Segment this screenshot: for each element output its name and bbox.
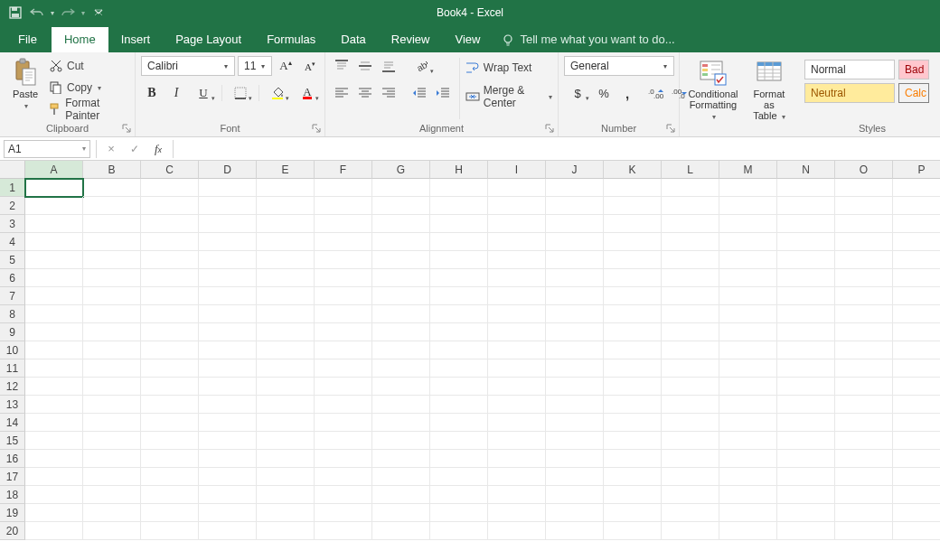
cell-A19[interactable]	[25, 504, 83, 522]
cell-K17[interactable]	[604, 468, 662, 486]
cell-I19[interactable]	[488, 504, 546, 522]
cell-F17[interactable]	[315, 468, 372, 486]
redo-dropdown-icon[interactable]: ▾	[81, 9, 85, 17]
cell-F12[interactable]	[315, 378, 372, 396]
cell-B7[interactable]	[83, 287, 141, 305]
cell-B3[interactable]	[83, 215, 141, 233]
cell-A10[interactable]	[25, 341, 83, 359]
cell-M1[interactable]	[719, 179, 777, 197]
align-top-button[interactable]	[331, 56, 352, 76]
alignment-dialog-launcher-icon[interactable]	[545, 124, 556, 135]
cell-K11[interactable]	[604, 359, 662, 378]
cell-I13[interactable]	[488, 396, 546, 414]
cell-N1[interactable]	[777, 179, 835, 197]
cell-L20[interactable]	[662, 522, 719, 540]
column-header-E[interactable]: E	[257, 161, 315, 179]
cell-L11[interactable]	[662, 359, 719, 378]
cell-D3[interactable]	[199, 215, 257, 233]
column-header-F[interactable]: F	[315, 161, 372, 179]
cell-I17[interactable]	[488, 468, 546, 486]
cell-J6[interactable]	[546, 269, 604, 287]
cell-D6[interactable]	[199, 269, 257, 287]
cell-A1[interactable]	[25, 179, 83, 197]
cell-A6[interactable]	[25, 269, 83, 287]
tell-me-search[interactable]: Tell me what you want to do...	[493, 27, 683, 52]
cell-E14[interactable]	[257, 414, 315, 432]
cell-J14[interactable]	[546, 414, 604, 432]
underline-button[interactable]: U	[190, 83, 217, 103]
cell-C3[interactable]	[141, 215, 199, 233]
row-header-12[interactable]: 12	[0, 378, 25, 396]
cell-D1[interactable]	[199, 179, 257, 197]
cell-H13[interactable]	[430, 396, 488, 414]
font-name-combo[interactable]: Calibri▾	[141, 56, 235, 76]
paste-button[interactable]: Paste▾	[5, 56, 45, 114]
cell-M9[interactable]	[719, 323, 777, 341]
cell-F15[interactable]	[315, 432, 372, 450]
percent-format-button[interactable]: %	[593, 83, 615, 103]
cell-E13[interactable]	[257, 396, 315, 414]
cell-A15[interactable]	[25, 432, 83, 450]
cell-M4[interactable]	[719, 233, 777, 251]
cell-O11[interactable]	[835, 359, 893, 378]
cell-B16[interactable]	[83, 450, 141, 468]
cell-E12[interactable]	[257, 378, 315, 396]
cell-F18[interactable]	[315, 486, 372, 504]
cell-D7[interactable]	[199, 287, 257, 305]
cell-K10[interactable]	[604, 341, 662, 359]
cell-P5[interactable]	[893, 251, 940, 269]
column-header-N[interactable]: N	[777, 161, 835, 179]
cell-A17[interactable]	[25, 468, 83, 486]
border-button[interactable]	[227, 83, 254, 103]
format-painter-button[interactable]: Format Painter	[49, 99, 129, 119]
cell-I12[interactable]	[488, 378, 546, 396]
select-all-corner[interactable]	[0, 161, 25, 179]
cell-O16[interactable]	[835, 450, 893, 468]
cell-I6[interactable]	[488, 269, 546, 287]
cell-C1[interactable]	[141, 179, 199, 197]
cell-M3[interactable]	[719, 215, 777, 233]
cell-E3[interactable]	[257, 215, 315, 233]
cell-A7[interactable]	[25, 287, 83, 305]
cell-A20[interactable]	[25, 522, 83, 540]
cell-A14[interactable]	[25, 414, 83, 432]
row-header-16[interactable]: 16	[0, 450, 25, 468]
cell-F11[interactable]	[315, 359, 372, 378]
cell-L5[interactable]	[662, 251, 719, 269]
cell-P6[interactable]	[893, 269, 940, 287]
cell-M2[interactable]	[719, 197, 777, 215]
cell-J20[interactable]	[546, 522, 604, 540]
cell-B20[interactable]	[83, 522, 141, 540]
cell-F9[interactable]	[315, 323, 372, 341]
cell-D11[interactable]	[199, 359, 257, 378]
cell-P8[interactable]	[893, 305, 940, 323]
cell-P10[interactable]	[893, 341, 940, 359]
cell-B19[interactable]	[83, 504, 141, 522]
cell-L4[interactable]	[662, 233, 719, 251]
cell-C18[interactable]	[141, 486, 199, 504]
cell-H4[interactable]	[430, 233, 488, 251]
cell-M16[interactable]	[719, 450, 777, 468]
cell-N18[interactable]	[777, 486, 835, 504]
cell-A16[interactable]	[25, 450, 83, 468]
cell-K9[interactable]	[604, 323, 662, 341]
cell-N7[interactable]	[777, 287, 835, 305]
row-header-5[interactable]: 5	[0, 251, 25, 269]
cell-B15[interactable]	[83, 432, 141, 450]
cell-A4[interactable]	[25, 233, 83, 251]
cell-C4[interactable]	[141, 233, 199, 251]
cell-J9[interactable]	[546, 323, 604, 341]
cell-L18[interactable]	[662, 486, 719, 504]
redo-icon[interactable]	[60, 5, 76, 21]
enter-formula-button[interactable]: ✓	[126, 140, 144, 158]
cell-I10[interactable]	[488, 341, 546, 359]
row-header-14[interactable]: 14	[0, 414, 25, 432]
cell-B4[interactable]	[83, 233, 141, 251]
chevron-down-icon[interactable]: ▾	[82, 145, 86, 153]
cell-D8[interactable]	[199, 305, 257, 323]
cell-M19[interactable]	[719, 504, 777, 522]
cell-H18[interactable]	[430, 486, 488, 504]
cell-P9[interactable]	[893, 323, 940, 341]
cell-L15[interactable]	[662, 432, 719, 450]
column-header-L[interactable]: L	[662, 161, 719, 179]
